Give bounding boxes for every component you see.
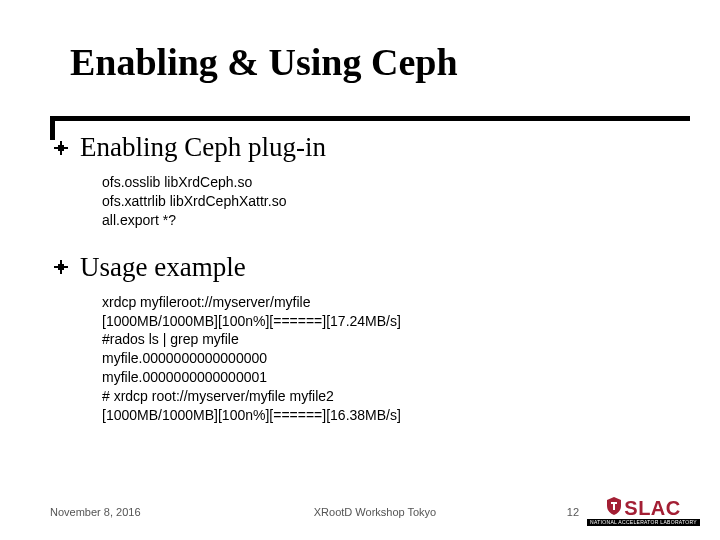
- svg-rect-5: [58, 264, 64, 270]
- bullet-icon: [54, 260, 68, 274]
- bullet-icon: [54, 141, 68, 155]
- section-heading: Enabling Ceph plug-in: [80, 132, 326, 163]
- vertical-rule-stub: [50, 116, 55, 140]
- shield-icon: [606, 497, 622, 518]
- page-number: 12: [567, 506, 579, 518]
- footer: November 8, 2016 XRootD Workshop Tokyo 1…: [50, 497, 700, 526]
- slac-logo: SLAC NATIONAL ACCELERATOR LABORATORY: [587, 497, 700, 526]
- section-enabling: Enabling Ceph plug-in ofs.osslib libXrdC…: [50, 132, 720, 230]
- logo-subtitle: NATIONAL ACCELERATOR LABORATORY: [587, 519, 700, 526]
- footer-center: XRootD Workshop Tokyo: [314, 506, 436, 518]
- section-usage: Usage example xrdcp myfileroot://myserve…: [50, 252, 720, 425]
- section-header: Enabling Ceph plug-in: [50, 132, 720, 163]
- slide: Enabling & Using Ceph Enabling Ceph plug…: [0, 0, 720, 540]
- code-block-usage: xrdcp myfileroot://myserver/myfile [1000…: [102, 293, 720, 425]
- code-block-enabling: ofs.osslib libXrdCeph.so ofs.xattrlib li…: [102, 173, 720, 230]
- logo-name: SLAC: [624, 498, 680, 518]
- logo-text: SLAC: [606, 497, 680, 518]
- section-header: Usage example: [50, 252, 720, 283]
- slide-title: Enabling & Using Ceph: [70, 40, 720, 84]
- footer-date: November 8, 2016: [50, 506, 141, 518]
- horizontal-rule: [50, 116, 690, 121]
- footer-right: 12 SLAC NATIONAL ACCELERATOR LABORATORY: [567, 497, 700, 526]
- section-heading: Usage example: [80, 252, 246, 283]
- svg-rect-2: [58, 145, 64, 151]
